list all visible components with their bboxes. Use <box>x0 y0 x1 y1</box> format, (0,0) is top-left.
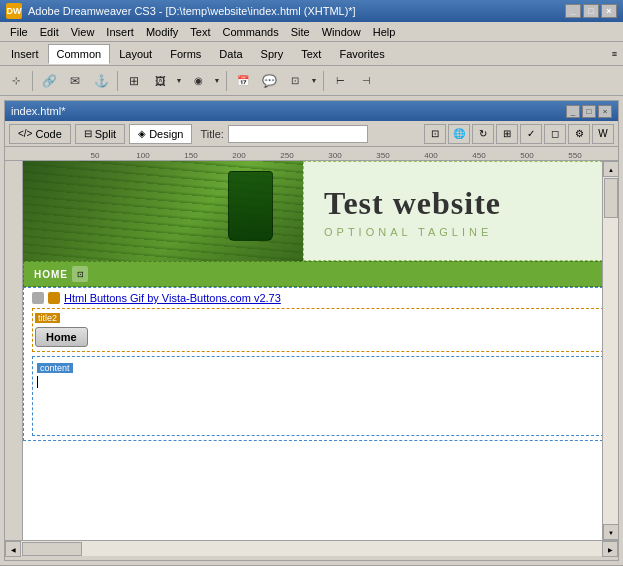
content-link[interactable]: Html Buttons Gif by Vista-Buttons.com v2… <box>64 292 281 304</box>
site-nav: HOME ⊡ <box>23 261 602 287</box>
website-canvas: Test website OPTIONAL TAGLINE HOME ⊡ Htm… <box>23 161 602 540</box>
debug-btn[interactable]: ⚙ <box>568 124 590 144</box>
tab-spry[interactable]: Spry <box>252 44 293 64</box>
preview-btn[interactable]: 🌐 <box>448 124 470 144</box>
split-icon: ⊟ <box>84 128 92 139</box>
toolbar-options[interactable]: ≡ <box>612 49 617 59</box>
refresh-btn[interactable]: ↻ <box>472 124 494 144</box>
email-btn[interactable]: ✉ <box>63 69 87 93</box>
check-browser-btn[interactable]: ◻ <box>544 124 566 144</box>
right-arrow-icon <box>608 545 613 554</box>
media-drop[interactable]: ▼ <box>212 69 222 93</box>
tab-insert[interactable]: Insert <box>2 44 48 64</box>
canvas-content[interactable]: Test website OPTIONAL TAGLINE HOME ⊡ Htm… <box>23 161 602 540</box>
header-text-area: Test website OPTIONAL TAGLINE <box>303 161 602 261</box>
icon-toolbar: ⊹ 🔗 ✉ ⚓ ⊞ 🖼 ▼ ◉ ▼ 📅 💬 ⊡ ▼ ⊢ ⊣ <box>0 66 623 96</box>
title-input[interactable] <box>228 125 368 143</box>
tab-common[interactable]: Common <box>48 44 111 64</box>
vertical-scrollbar[interactable] <box>602 161 618 540</box>
home-button[interactable]: Home <box>35 327 88 347</box>
title-field: Title: <box>200 125 367 143</box>
doc-filename: index.html* <box>11 105 566 117</box>
view-options-btn[interactable]: ⊞ <box>496 124 518 144</box>
link-icon <box>32 292 44 304</box>
code-icon: </> <box>18 128 32 139</box>
scroll-up-btn[interactable] <box>603 161 618 177</box>
content-link-row: Html Buttons Gif by Vista-Buttons.com v2… <box>32 292 602 304</box>
template-drop[interactable]: ▼ <box>309 69 319 93</box>
w3c-btn[interactable]: W <box>592 124 614 144</box>
doc-restore[interactable]: □ <box>582 105 596 118</box>
separator-4 <box>323 71 324 91</box>
menu-modify[interactable]: Modify <box>140 24 184 40</box>
tab-data[interactable]: Data <box>210 44 251 64</box>
split-view-btn[interactable]: ⊟ Split <box>75 124 125 144</box>
menu-site[interactable]: Site <box>285 24 316 40</box>
tab-forms[interactable]: Forms <box>161 44 210 64</box>
down-arrow-icon <box>608 528 614 537</box>
separator-2 <box>117 71 118 91</box>
widget-btn[interactable]: ⊢ <box>328 69 352 93</box>
tab-layout[interactable]: Layout <box>110 44 161 64</box>
title-bar: DW Adobe Dreamweaver CS3 - [D:\temp\webs… <box>0 0 623 22</box>
site-tagline: OPTIONAL TAGLINE <box>324 226 492 238</box>
anchor-btn[interactable]: ⚓ <box>89 69 113 93</box>
maximize-button[interactable]: □ <box>583 4 599 18</box>
ruler: 50 100 150 200 250 300 350 400 450 500 5… <box>5 147 618 161</box>
scroll-down-btn[interactable] <box>603 524 618 540</box>
separator-3 <box>226 71 227 91</box>
content-label: content <box>37 363 73 373</box>
menu-commands[interactable]: Commands <box>216 24 284 40</box>
minimize-button[interactable]: _ <box>565 4 581 18</box>
doc-toolbar-right: ⊡ 🌐 ↻ ⊞ ✓ ◻ ⚙ W <box>424 124 614 144</box>
hscroll-thumb[interactable] <box>22 542 82 556</box>
menu-help[interactable]: Help <box>367 24 402 40</box>
hscroll-track[interactable] <box>21 541 602 556</box>
left-arrow-icon <box>11 545 16 554</box>
left-ruler <box>5 161 23 540</box>
hyperlink-btn[interactable]: 🔗 <box>37 69 61 93</box>
tab-text[interactable]: Text <box>292 44 330 64</box>
table-btn[interactable]: ⊞ <box>122 69 146 93</box>
menu-text[interactable]: Text <box>184 24 216 40</box>
scroll-right-btn[interactable] <box>602 541 618 557</box>
date-btn[interactable]: 📅 <box>231 69 255 93</box>
doc-toolbar: </> Code ⊟ Split ◈ Design Title: ⊡ 🌐 ↻ ⊞… <box>5 121 618 147</box>
site-content: Html Buttons Gif by Vista-Buttons.com v2… <box>23 287 602 441</box>
menu-view[interactable]: View <box>65 24 101 40</box>
code-label: Code <box>35 128 61 140</box>
document-window: index.html* _ □ × </> Code ⊟ Split ◈ Des… <box>4 100 619 561</box>
site-header: Test website OPTIONAL TAGLINE <box>23 161 602 261</box>
window-title: Adobe Dreamweaver CS3 - [D:\temp\website… <box>28 5 559 17</box>
file-mgmt-btn[interactable]: ⊡ <box>424 124 446 144</box>
image-btn[interactable]: 🖼 <box>148 69 172 93</box>
menu-window[interactable]: Window <box>316 24 367 40</box>
close-button[interactable]: × <box>601 4 617 18</box>
image-drop[interactable]: ▼ <box>174 69 184 93</box>
canvas-area: Test website OPTIONAL TAGLINE HOME ⊡ Htm… <box>5 161 618 540</box>
scroll-left-btn[interactable] <box>5 541 21 557</box>
pointer-tool[interactable]: ⊹ <box>4 69 28 93</box>
tag-btn[interactable]: ⊣ <box>354 69 378 93</box>
menu-insert[interactable]: Insert <box>100 24 140 40</box>
doc-close[interactable]: × <box>598 105 612 118</box>
design-view-btn[interactable]: ◈ Design <box>129 124 192 144</box>
comment-btn[interactable]: 💬 <box>257 69 281 93</box>
scroll-thumb-v[interactable] <box>604 178 618 218</box>
window-controls[interactable]: _ □ × <box>565 4 617 18</box>
content-editable-area[interactable]: content <box>32 356 602 436</box>
menu-file[interactable]: File <box>4 24 34 40</box>
doc-minimize[interactable]: _ <box>566 105 580 118</box>
media-btn[interactable]: ◉ <box>186 69 210 93</box>
split-label: Split <box>95 128 116 140</box>
validate-btn[interactable]: ✓ <box>520 124 542 144</box>
tab-favorites[interactable]: Favorites <box>330 44 393 64</box>
nav-icon: ⊡ <box>72 266 88 282</box>
template-btn[interactable]: ⊡ <box>283 69 307 93</box>
menu-bar: File Edit View Insert Modify Text Comman… <box>0 22 623 42</box>
doc-controls[interactable]: _ □ × <box>566 105 612 118</box>
menu-edit[interactable]: Edit <box>34 24 65 40</box>
horizontal-scrollbar[interactable] <box>5 540 618 556</box>
scroll-track-v[interactable] <box>603 177 618 524</box>
code-view-btn[interactable]: </> Code <box>9 124 71 144</box>
